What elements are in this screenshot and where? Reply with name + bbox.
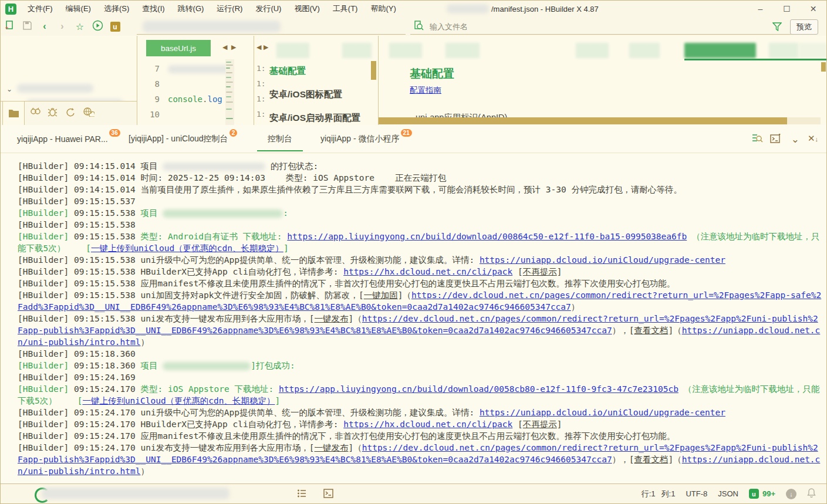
log-action-link[interactable]: 查看文档 [634, 326, 668, 335]
menu-item[interactable]: 视图(V) [288, 1, 326, 17]
nav-scrollbar[interactable] [371, 61, 376, 80]
search-log-icon[interactable] [752, 133, 763, 145]
new-file-icon[interactable]: + [1, 20, 18, 33]
console-tab[interactable]: 控制台 [255, 125, 305, 153]
sidebar-tab-web-cloud-icon[interactable] [83, 107, 94, 119]
forward-icon[interactable]: › [53, 21, 71, 32]
download-icon[interactable]: ↓ [786, 489, 796, 499]
menu-item[interactable]: 跳转(G) [171, 1, 211, 17]
back-icon[interactable]: ‹ [36, 21, 53, 32]
run-config-field[interactable] [137, 19, 406, 35]
minimize-button[interactable]: – [747, 1, 774, 17]
log-link[interactable]: https://hx.dcloud.net.cn/cli/pack [343, 267, 512, 276]
favorite-star-icon[interactable]: ☆ [71, 21, 89, 32]
sidebar-tab-refresh-icon[interactable] [65, 107, 76, 119]
code-line[interactable] [168, 64, 232, 73]
console-tab-label: 控制台 [268, 134, 292, 144]
blurred-editor-tab[interactable] [389, 43, 422, 58]
blurred-active-editor-tab[interactable] [684, 43, 756, 58]
encoding-indicator[interactable]: UTF-8 [686, 489, 707, 498]
close-button[interactable]: ✕ [800, 1, 826, 17]
log-link[interactable]: https://app.liuyingyong.cn/build/downloa… [279, 384, 679, 394]
sidebar-tab-search-icon[interactable] [30, 107, 41, 118]
blurred-text [163, 163, 265, 171]
blurred-editor-tab[interactable] [769, 43, 798, 58]
log-text: HBuilderX已支持App cli自动化打包，详情参考: [141, 267, 344, 276]
cursor-row[interactable]: 行:1 [642, 489, 656, 499]
log-link[interactable]: 一键上传到uniCloud（更优惠的cdn、长期稳定） [82, 396, 275, 405]
blurred-editor-tab[interactable] [445, 43, 480, 58]
console-line: [HBuilder] 09:15:24.170 HBuilderX已支持App … [18, 418, 822, 430]
log-action-link[interactable]: 一键加固 [364, 290, 398, 300]
log-link[interactable]: https://uniapp.dcloud.io/uniCloud/upgrad… [480, 255, 725, 265]
minimap[interactable] [225, 59, 234, 125]
vertical-scrollbar-thumb[interactable] [821, 62, 826, 72]
menu-item[interactable]: 文件(F) [21, 1, 59, 17]
config-guide-link[interactable]: 配置指南 [410, 85, 441, 96]
new-terminal-icon[interactable] [770, 133, 782, 146]
console-log[interactable]: [HBuilder] 09:14:15.014 项目 的打包状态:[HBuild… [1, 153, 826, 477]
cursor-col[interactable]: 列:1 [661, 489, 676, 499]
editor-tab-baseurl[interactable]: baseUrl.js [146, 40, 211, 56]
horizontal-scrollbar-thumb[interactable] [379, 117, 787, 124]
blurred-project-root[interactable] [17, 84, 93, 93]
filter-funnel-icon[interactable] [772, 22, 782, 33]
uniapp-icon[interactable]: u [106, 21, 124, 32]
log-text: uni发布支持一键发布应用到各大应用市场，[ [141, 314, 315, 323]
file-search-field[interactable] [410, 19, 816, 35]
file-search-input[interactable] [428, 22, 736, 32]
tab-scroll-left-icon[interactable]: ◀ [222, 43, 227, 51]
blurred-editor-tab[interactable] [629, 43, 660, 58]
console-tab[interactable]: yiqijiApp - Huawei PAR...36 [17, 125, 119, 153]
menu-item[interactable]: 运行(R) [210, 1, 249, 17]
log-link[interactable]: https://uniapp.dcloud.io/uniCloud/upgrad… [480, 408, 725, 417]
manifest-nav-item[interactable]: 基础配置 [269, 65, 306, 77]
console-tab[interactable]: [yiqijiApp] - uniCloud控制台2 [129, 125, 236, 153]
chevron-down-icon[interactable]: ⌄ [6, 85, 12, 93]
log-action-link[interactable]: 一键发布 [314, 443, 348, 452]
manifest-nav-item[interactable]: 安卓/iOS图标配置 [269, 89, 342, 101]
save-icon[interactable] [18, 21, 36, 33]
console-tab[interactable]: yiqijiApp - 微信小程序21 [320, 125, 411, 153]
log-action-link[interactable]: 一键发布 [314, 314, 348, 323]
sidebar-tab-debug-icon[interactable] [48, 107, 58, 119]
log-link[interactable]: https://hx.dcloud.net.cn/cli/pack [343, 420, 512, 429]
menu-item[interactable]: 帮助(Y) [364, 1, 402, 17]
close-console-icon[interactable]: ✕↓ [808, 133, 818, 144]
message-count[interactable]: 99+ [762, 489, 775, 498]
language-mode[interactable]: JSON [718, 489, 738, 498]
manifest-nav-item[interactable]: 安卓/iOS启动界面配置 [269, 112, 360, 124]
tab-scroll-right-icon[interactable]: ▶ [231, 43, 236, 51]
horizontal-scrollbar-track[interactable] [379, 117, 821, 124]
log-link[interactable]: 一键上传到uniCloud（更优惠的cdn、长期稳定） [91, 243, 283, 253]
sidebar-tab-project-manager[interactable] [2, 101, 25, 125]
menu-item[interactable]: 查找(I) [136, 1, 171, 17]
log-action-link[interactable]: 不再提示 [523, 420, 557, 429]
code-line[interactable]: console.log [168, 94, 222, 104]
collapse-panel-icon[interactable]: ⌄ [791, 133, 799, 146]
blurred-editor-tab[interactable] [276, 43, 309, 58]
blurred-editor-tab[interactable] [799, 43, 827, 58]
run-icon[interactable] [89, 20, 106, 33]
outline-list-icon[interactable] [297, 489, 306, 500]
menu-item[interactable]: 编辑(E) [59, 1, 97, 17]
menu-item[interactable]: 工具(T) [326, 1, 364, 17]
log-link[interactable]: https://app.liuyingyong.cn/build/downloa… [287, 232, 687, 241]
blurred-run-config [143, 21, 281, 32]
notification-bell-icon[interactable] [807, 488, 816, 499]
log-action-link[interactable]: 不再提示 [523, 267, 557, 276]
unread-badge: 36 [109, 129, 120, 137]
log-action-link[interactable]: 查看文档 [634, 455, 668, 464]
blurred-editor-tab[interactable] [342, 43, 372, 58]
maximize-button[interactable]: ☐ [774, 1, 800, 17]
dcloud-community-icon[interactable]: u [749, 489, 759, 499]
menu-item[interactable]: 发行(U) [249, 1, 288, 17]
preview-button[interactable]: 预览 [790, 19, 818, 35]
log-text: ]打包成功: [251, 361, 295, 370]
log-text: ） [571, 302, 580, 312]
log-timestamp: 09:15:15.538 [74, 220, 141, 229]
console-tab-label: yiqijiApp - Huawei PAR... [17, 134, 108, 144]
menu-item[interactable]: 选择(S) [97, 1, 136, 17]
blurred-editor-tab[interactable] [576, 43, 609, 58]
terminal-icon[interactable] [323, 489, 333, 500]
